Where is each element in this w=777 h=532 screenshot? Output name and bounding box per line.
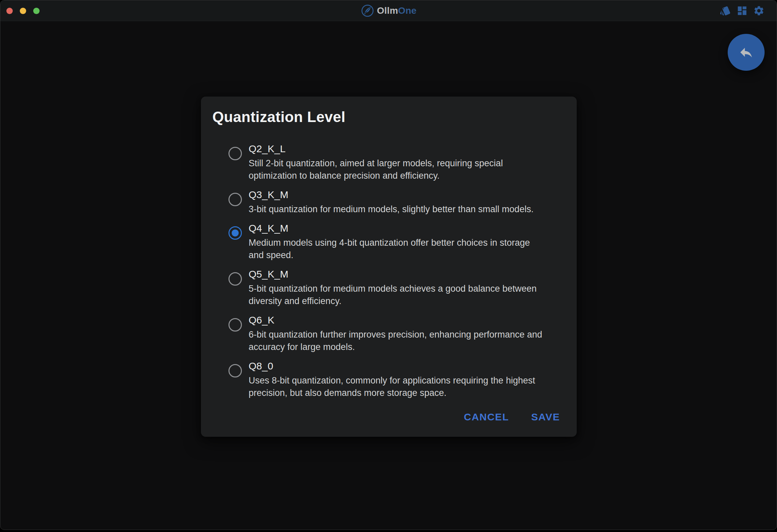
option-description: Medium models using 4-bit quantization o… <box>249 237 544 261</box>
minimize-button[interactable] <box>20 8 26 14</box>
traffic-lights <box>6 0 40 21</box>
option-label: Q5_K_M <box>249 268 544 280</box>
option-description: 3-bit quantization for medium models, sl… <box>249 203 533 216</box>
option-description: Still 2-bit quantization, aimed at large… <box>249 157 544 182</box>
option-description: 6-bit quantization further improves prec… <box>249 329 544 353</box>
reply-arrow-icon <box>738 45 754 60</box>
option-label: Q6_K <box>249 314 544 326</box>
close-button[interactable] <box>6 8 13 14</box>
dialog-actions: CANCEL SAVE <box>463 410 561 424</box>
radio-option[interactable]: Q5_K_M 5-bit quantization for medium mod… <box>228 268 555 307</box>
option-label: Q4_K_M <box>249 222 544 234</box>
option-description: Uses 8-bit quantization, commonly for ap… <box>249 374 544 399</box>
option-text: Q2_K_L Still 2-bit quantization, aimed a… <box>249 143 544 182</box>
radio-button-icon[interactable] <box>228 193 242 206</box>
zoom-button[interactable] <box>33 8 40 14</box>
theme-style-icon[interactable] <box>720 5 731 16</box>
back-button[interactable] <box>728 34 765 71</box>
option-text: Q8_0 Uses 8-bit quantization, commonly f… <box>249 360 544 399</box>
radio-button-icon[interactable] <box>228 226 242 240</box>
save-button[interactable]: SAVE <box>530 410 561 424</box>
quantization-dialog: Quantization Level Q2_K_L Still 2-bit qu… <box>201 97 577 437</box>
option-text: Q6_K 6-bit quantization further improves… <box>249 314 544 353</box>
radio-button-icon[interactable] <box>228 147 242 160</box>
option-label: Q8_0 <box>249 360 544 372</box>
radio-option[interactable]: Q3_K_M 3-bit quantization for medium mod… <box>228 189 555 216</box>
radio-option[interactable]: Q8_0 Uses 8-bit quantization, commonly f… <box>228 360 555 399</box>
options-list: Q2_K_L Still 2-bit quantization, aimed a… <box>228 143 555 399</box>
settings-gear-icon[interactable] <box>753 5 765 16</box>
radio-option[interactable]: Q4_K_M Medium models using 4-bit quantiz… <box>228 222 555 261</box>
app-title: OllmOne <box>377 5 416 16</box>
radio-option[interactable]: Q2_K_L Still 2-bit quantization, aimed a… <box>228 143 555 182</box>
screen: OllmOne Quantization Level <box>0 0 777 532</box>
radio-button-icon[interactable] <box>228 364 242 377</box>
radio-option[interactable]: Q6_K 6-bit quantization further improves… <box>228 314 555 353</box>
option-text: Q3_K_M 3-bit quantization for medium mod… <box>249 189 533 216</box>
option-label: Q3_K_M <box>249 189 533 201</box>
titlebar: OllmOne <box>0 0 777 21</box>
feather-logo-icon <box>360 4 374 18</box>
radio-button-icon[interactable] <box>228 318 242 332</box>
option-text: Q4_K_M Medium models using 4-bit quantiz… <box>249 222 544 261</box>
option-label: Q2_K_L <box>249 143 544 155</box>
option-text: Q5_K_M 5-bit quantization for medium mod… <box>249 268 544 307</box>
dialog-title: Quantization Level <box>212 109 561 125</box>
app-title-accent: One <box>398 5 416 16</box>
app-title-primary: Ollm <box>377 5 398 16</box>
app-window: OllmOne Quantization Level <box>0 0 777 530</box>
option-description: 5-bit quantization for medium models ach… <box>249 283 544 307</box>
dashboard-icon[interactable] <box>736 5 748 16</box>
radio-button-icon[interactable] <box>228 272 242 286</box>
app-brand: OllmOne <box>360 0 416 21</box>
titlebar-actions <box>720 0 765 21</box>
cancel-button[interactable]: CANCEL <box>463 410 510 424</box>
